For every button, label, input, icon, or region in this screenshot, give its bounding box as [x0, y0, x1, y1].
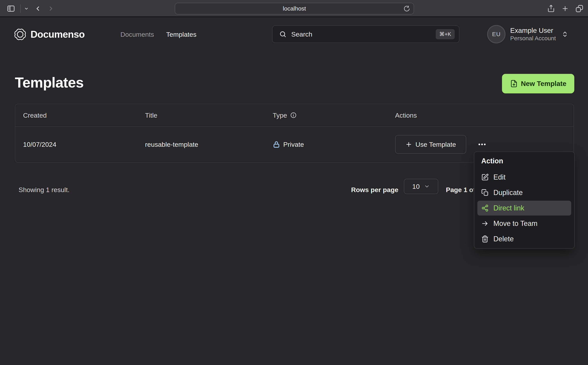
- chevrons-up-down-icon: [562, 31, 568, 37]
- menu-item-label: Direct link: [493, 204, 524, 212]
- sidebar-icon[interactable]: [7, 4, 15, 13]
- toolbar-divider: [20, 4, 21, 13]
- search-placeholder: Search: [291, 30, 431, 38]
- menu-item-direct-link[interactable]: Direct link: [477, 201, 571, 216]
- account-menu-trigger[interactable]: EU Example User Personal Account: [487, 25, 568, 43]
- account-name: Example User: [510, 26, 556, 35]
- menu-label: Action: [477, 157, 571, 165]
- file-plus-icon: [510, 80, 518, 88]
- column-header-actions: Actions: [395, 111, 417, 119]
- menu-item-delete[interactable]: Delete: [477, 232, 571, 246]
- row-created-cell: 10/07/2024: [23, 141, 56, 148]
- column-header-type: Type: [273, 111, 297, 119]
- new-tab-plus-icon[interactable]: [561, 5, 569, 13]
- search-icon: [279, 30, 287, 38]
- nav-templates[interactable]: Templates: [166, 31, 197, 38]
- share-network-icon: [481, 204, 489, 212]
- brand[interactable]: Documenso: [14, 28, 85, 41]
- back-button-icon[interactable]: [34, 5, 42, 13]
- trash-icon: [481, 235, 489, 243]
- lock-icon: [273, 141, 280, 148]
- menu-item-label: Duplicate: [493, 189, 523, 197]
- rows-per-page-select[interactable]: 10: [404, 179, 438, 194]
- tab-overview-icon[interactable]: [575, 4, 584, 13]
- browser-toolbar: localhost: [0, 0, 588, 17]
- row-type-label: Private: [283, 141, 304, 148]
- forward-button-icon: [47, 5, 55, 13]
- copy-icon: [481, 189, 489, 196]
- menu-item-label: Edit: [493, 173, 505, 181]
- plus-icon: [405, 141, 412, 148]
- info-icon[interactable]: [290, 112, 297, 119]
- row-actions-menu: Action Edit Duplicate Direct link Move t…: [474, 151, 575, 249]
- use-template-label: Use Template: [415, 141, 456, 148]
- brand-name: Documenso: [30, 29, 85, 40]
- menu-item-label: Delete: [493, 235, 514, 243]
- rows-per-page-value: 10: [412, 183, 420, 190]
- nav-documents[interactable]: Documents: [120, 31, 154, 38]
- new-template-button[interactable]: New Template: [502, 74, 574, 93]
- new-template-label: New Template: [521, 80, 567, 88]
- main-nav: Documents Templates: [120, 28, 197, 41]
- address-bar-url: localhost: [283, 5, 306, 12]
- screen: localhost Documenso Docum: [0, 0, 588, 365]
- column-header-title: Title: [145, 111, 157, 119]
- table-header-row: Created Title Type Actions: [15, 104, 574, 127]
- use-template-button[interactable]: Use Template: [395, 135, 466, 154]
- reload-icon[interactable]: [404, 5, 410, 12]
- page-title: Templates: [15, 74, 84, 91]
- arrow-right-icon: [481, 220, 489, 227]
- chevron-down-icon: [424, 183, 430, 189]
- search-input[interactable]: Search ⌘+K: [272, 25, 459, 43]
- results-summary: Showing 1 result.: [19, 186, 70, 194]
- address-bar[interactable]: localhost: [175, 3, 414, 14]
- menu-item-edit[interactable]: Edit: [477, 170, 571, 185]
- menu-item-duplicate[interactable]: Duplicate: [477, 185, 571, 200]
- account-type: Personal Account: [510, 35, 556, 42]
- sidebar-chevron-down-icon[interactable]: [24, 6, 29, 11]
- column-header-created: Created: [23, 111, 47, 119]
- avatar: EU: [487, 25, 505, 43]
- menu-item-move-to-team[interactable]: Move to Team: [477, 216, 571, 231]
- rows-per-page-label: Rows per page: [351, 186, 398, 194]
- edit-pencil-icon: [481, 174, 489, 181]
- ellipsis-icon: [477, 140, 487, 149]
- search-shortcut-badge: ⌘+K: [436, 29, 455, 39]
- menu-item-label: Move to Team: [493, 219, 537, 228]
- row-title-cell[interactable]: reusable-template: [145, 141, 198, 148]
- row-type-cell: Private: [273, 141, 304, 148]
- row-actions-ellipsis-button[interactable]: [473, 138, 491, 151]
- documenso-logo-icon: [14, 28, 27, 41]
- share-icon[interactable]: [547, 5, 555, 13]
